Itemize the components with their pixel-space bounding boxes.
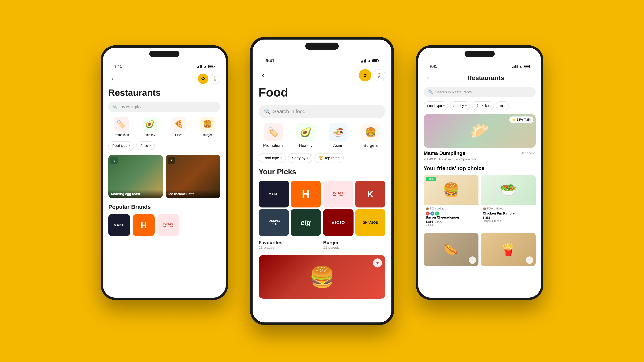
healthy-icon-left: 🥑 [142, 117, 157, 132]
featured-restaurant-card[interactable]: 🥟 ⭐ 98% (435) [424, 114, 536, 148]
center-food-type-chip[interactable]: Food type ▾ [258, 153, 286, 163]
restaurant-name-row: Mama Dumplings Japanese [424, 150, 536, 156]
picks-right-grid: PORKY'SUPTOWN K VICIO GHIVUOS [323, 181, 386, 236]
elg-pick-text: elg [300, 219, 311, 227]
right-more-chip[interactable]: To... [496, 101, 509, 110]
avatar-b: B [430, 212, 434, 216]
chicken-piri-card[interactable]: 🥗 📦 500+ ordered Chicken Piri Piri plat … [481, 175, 536, 229]
package-icon-right: 📦 [483, 207, 486, 210]
burger-picks-count: 11 places [323, 245, 386, 250]
heart-overlay-2[interactable]: ♡ [526, 256, 533, 264]
wifi-icon-center: ▲ [368, 59, 371, 63]
right-food-item-2[interactable]: 🍟 ♡ [481, 233, 536, 266]
mako-brand[interactable]: MAKO [108, 214, 130, 236]
center-status-icons: ▲ [361, 59, 378, 63]
center-food-preview[interactable]: 🍔 ♥ [258, 255, 386, 299]
center-top-rated-chip[interactable]: 🏆 Top rated [314, 153, 344, 163]
center-sorty-chevron: ▾ [307, 156, 308, 160]
right-status-icons: ▲ [512, 64, 530, 68]
parking-pick-text: PARKINGPITA [268, 219, 280, 226]
phone-right: 9:41 ▲ ‹ Restaurants [416, 45, 544, 300]
porkys-brand[interactable]: PORKY'SUPTOWN [157, 214, 179, 236]
favourites-count: 23 places [258, 245, 321, 250]
burger-label-left: Burger [203, 133, 212, 137]
vicio-pick-text: VICIO [332, 220, 345, 225]
signal-bars-center [361, 59, 366, 62]
healthy-label-left: Healthy [145, 133, 155, 137]
h-brand[interactable]: H [133, 214, 155, 236]
honest-greens-overlay: Morning egg toast [108, 190, 163, 198]
asian-label-center: Asian [333, 143, 343, 148]
ordered-badge-right: 📦 500+ ordered [483, 207, 534, 210]
left-run-icon[interactable]: 🚶 [210, 73, 220, 84]
left-search-bar[interactable]: 🔍 Try with "pizza" [108, 102, 220, 112]
food-type-chevron: ▾ [129, 144, 130, 147]
right-page-title: Restaurants [436, 74, 536, 82]
pick-parking[interactable]: PARKINGPITA [258, 209, 289, 236]
right-pickup-chip[interactable]: 🚶 Pickup [472, 101, 494, 110]
right-back-button[interactable]: ‹ [424, 73, 432, 82]
avatar-row-left: A B C [426, 212, 476, 216]
center-time: 9:41 [266, 58, 274, 63]
chicken-price: 8,88€ [483, 216, 534, 220]
friends-cards-row: 🍔 -20% 📦 500+ ordered A B C [424, 175, 536, 229]
right-sort-by-chevron: ▾ [465, 104, 466, 107]
healthy-label-center: Healthy [299, 143, 312, 148]
left-category-healthy[interactable]: 🥑 Healthy [137, 117, 163, 137]
right-dynamic-island [464, 51, 495, 57]
left-dynamic-island [149, 51, 180, 57]
right-food-type-chip[interactable]: Food type ▾ [424, 101, 448, 110]
right-bottom-food-row: 🌭 ♡ 🍟 ♡ [424, 233, 536, 266]
left-settings-icon[interactable]: ✿ [198, 73, 208, 84]
center-category-burgers[interactable]: 🍔 Burgers [356, 123, 386, 148]
burger-preview-visual: 🍔 [310, 265, 334, 289]
acai-card[interactable]: Ã Ice caramel latte [166, 155, 220, 198]
right-sort-by-chip[interactable]: Sort by ▾ [450, 101, 470, 110]
left-search-icon: 🔍 [113, 105, 118, 109]
center-category-healthy[interactable]: 🥑 Healthy [291, 123, 321, 148]
pick-porkys[interactable]: PORKY'SUPTOWN [323, 181, 354, 207]
right-header: ‹ Restaurants [424, 73, 536, 82]
center-dynamic-island [305, 42, 339, 50]
right-food-type-chevron: ▾ [443, 104, 444, 107]
right-food-item-1[interactable]: 🌭 ♡ [424, 233, 478, 266]
pick-vicio[interactable]: VICIO [323, 209, 354, 236]
left-category-pizza[interactable]: 🍕 Pizza [166, 117, 192, 137]
right-search-bar[interactable]: 🔍 Search in Restaurants [424, 87, 536, 97]
burgers-icon-center: 🍔 [362, 123, 380, 141]
ordered-text-left: 500+ ordered [430, 207, 446, 210]
bacon-cheeseburger-card[interactable]: 🍔 -20% 📦 500+ ordered A B C [424, 175, 478, 229]
chicken-piri-name: Chicken Piri Piri plat [483, 212, 534, 215]
pick-h[interactable]: H [291, 181, 321, 207]
center-sorty-by-label: Sorty by [292, 156, 306, 160]
center-search-bar[interactable]: 🔍 Search in food [258, 105, 386, 118]
honest-greens-card[interactable]: hg Morning egg toast [108, 155, 163, 198]
acai-name: Ice caramel latte [168, 192, 218, 196]
center-settings-icon[interactable]: ✿ [359, 69, 371, 81]
center-category-asian[interactable]: 🍜 Asian [324, 123, 353, 148]
left-food-type-chip[interactable]: Food type ▾ [108, 141, 134, 150]
pick-mako[interactable]: MAKO [258, 181, 289, 207]
heart-overlay-1[interactable]: ♡ [469, 256, 476, 264]
package-icon-left: 📦 [426, 207, 429, 210]
left-price-chip[interactable]: Price ▾ [136, 141, 155, 150]
center-back-button[interactable]: ‹ [258, 71, 267, 80]
left-category-promotions[interactable]: 🏷️ Promotions [108, 117, 134, 137]
pick-ghivuos[interactable]: GHIVUOS [355, 209, 386, 236]
pizza-icon-left: 🍕 [172, 117, 186, 132]
left-back-button[interactable]: ‹ [108, 74, 117, 83]
mama-dumplings-info: Mama Dumplings Japanese € 1,49 € · 10-20… [424, 150, 536, 161]
food-preview-heart[interactable]: ♥ [373, 258, 382, 268]
center-sorty-by-chip[interactable]: Sorty by ▾ [288, 153, 312, 163]
right-more-label: To... [499, 104, 506, 108]
right-pickup-icon: 🚶 [475, 104, 480, 108]
burger-label: Burger 11 places [323, 240, 386, 250]
center-category-promotions[interactable]: 🏷️ Promotions [258, 123, 288, 148]
discount-badge: -20% [426, 177, 436, 181]
center-run-icon[interactable]: 🚶 [373, 69, 386, 81]
pizza-label-left: Pizza [175, 133, 182, 137]
pick-k[interactable]: K [355, 181, 386, 207]
left-category-burger[interactable]: 🍔 Burger [195, 117, 220, 137]
promotions-label-left: Promotions [114, 133, 129, 137]
pick-elg[interactable]: elg [291, 209, 321, 236]
